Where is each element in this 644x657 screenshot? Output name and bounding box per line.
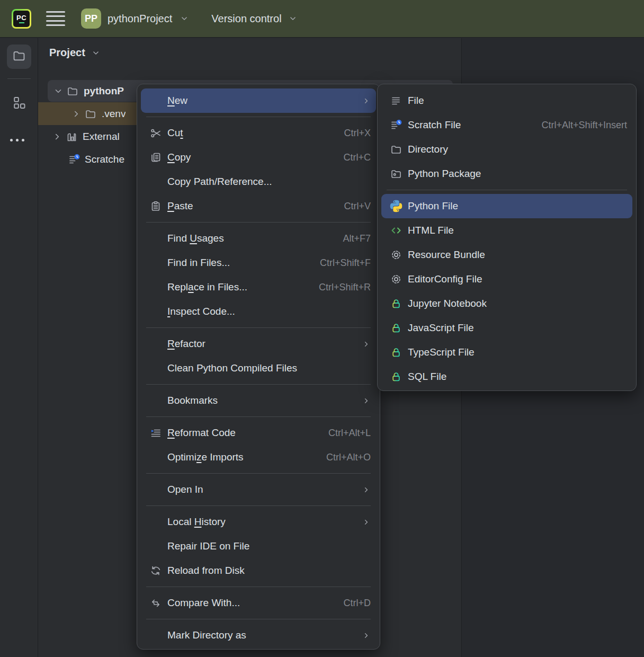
menu-item-find-usages[interactable]: Find UsagesAlt+F7 [141,226,376,251]
pycharm-logo-text: PC [16,14,26,21]
main-menu-icon[interactable] [46,11,65,26]
menu-item-label: EditorConfig File [408,273,627,285]
folder-icon [67,85,79,97]
compare-icon [149,597,163,609]
menu-item-label: Copy Path/Reference... [167,176,371,188]
no-icon [149,305,163,318]
menu-item-jupyter-notebook[interactable]: Jupyter Notebook [381,291,632,316]
copy-icon [149,151,163,164]
menu-item-shortcut: Ctrl+V [344,201,371,212]
menu-item-bookmarks[interactable]: Bookmarks [141,388,376,413]
menu-item-label: HTML File [408,225,627,236]
menu-separator [146,416,371,417]
menu-item-replace-in-files[interactable]: Replace in Files...Ctrl+Shift+R [141,275,376,299]
menu-item-file[interactable]: File [381,88,632,113]
menu-item-resource-bundle[interactable]: Resource Bundle [381,243,632,267]
menu-item-label: Directory [408,144,627,155]
no-icon [149,516,163,528]
menu-item-label: Replace in Files... [167,281,306,293]
chevron-down-icon [288,14,298,23]
menu-item-label: Bookmarks [167,395,354,406]
menu-item-html-file[interactable]: HTML File [381,218,632,243]
folder-icon [389,143,403,156]
menu-separator [146,222,371,223]
python-logo-icon [389,200,403,212]
menu-separator [146,587,371,587]
new-submenu: FileScratch FileCtrl+Alt+Shift+InsertDir… [377,84,637,391]
scratch-file-icon [389,119,403,131]
menu-item-editorconfig-file[interactable]: EditorConfig File [381,267,632,291]
reformat-icon [149,427,163,439]
menu-item-repair-ide-on-file[interactable]: Repair IDE on File [141,534,376,558]
lock-icon [389,322,403,334]
menu-item-label: SQL File [408,371,627,383]
menu-item-shortcut: Ctrl+Alt+O [326,452,371,463]
more-tools-button[interactable] [10,137,29,143]
chevron-down-icon [180,14,189,23]
structure-tool-button[interactable] [12,95,26,111]
toolbar-divider [7,78,31,79]
menu-item-copy-path-reference[interactable]: Copy Path/Reference... [141,170,376,194]
menu-separator [146,384,371,385]
menu-item-open-in[interactable]: Open In [141,477,376,502]
structure-icon [12,95,26,111]
chevron-right-icon [362,340,371,349]
no-icon [149,394,163,407]
menu-item-shortcut: Ctrl+C [343,152,371,163]
menu-item-optimize-imports[interactable]: Optimize ImportsCtrl+Alt+O [141,445,376,469]
menu-item-label: JavaScript File [408,322,627,334]
menu-item-local-history[interactable]: Local History [141,510,376,534]
menu-item-paste[interactable]: PasteCtrl+V [141,194,376,218]
menu-item-javascript-file[interactable]: JavaScript File [381,316,632,340]
menu-item-label: New [167,95,354,106]
pycharm-logo: PC [12,9,31,29]
context-menu: NewCutCtrl+XCopyCtrl+CCopy Path/Referenc… [137,84,380,650]
menu-separator [146,327,371,328]
chevron-right-icon [362,485,371,494]
menu-item-label: Find in Files... [167,257,307,269]
chevron-right-icon [362,518,371,527]
menu-item-label: Inspect Code... [167,306,371,317]
menu-item-refactor[interactable]: Refactor [141,332,376,356]
menu-item-python-file[interactable]: Python File [381,194,632,218]
menu-item-reload-from-disk[interactable]: Reload from Disk [141,558,376,583]
scratch-file-icon [68,153,80,166]
menu-item-copy[interactable]: CopyCtrl+C [141,145,376,170]
menu-item-label: Reload from Disk [167,565,371,576]
project-view-selector[interactable]: Project [49,47,101,59]
menu-item-find-in-files[interactable]: Find in Files...Ctrl+Shift+F [141,251,376,275]
project-badge: PP [81,8,101,29]
menu-item-reformat-code[interactable]: Reformat CodeCtrl+Alt+L [141,421,376,445]
project-switcher[interactable]: PP pythonProject [81,8,189,29]
menu-item-shortcut: Ctrl+Alt+L [328,428,371,439]
tree-item-label: .venv [102,108,126,120]
menu-item-mark-directory-as[interactable]: Mark Directory as [141,623,376,647]
menu-item-cut[interactable]: CutCtrl+X [141,121,376,145]
no-icon [149,362,163,375]
menu-item-scratch-file[interactable]: Scratch FileCtrl+Alt+Shift+Insert [381,113,632,137]
menu-item-label: Python File [408,200,627,212]
menu-item-label: Copy [167,152,330,163]
scissors-icon [149,127,163,139]
menu-item-label: Repair IDE on File [167,540,371,552]
menu-item-sql-file[interactable]: SQL File [381,365,632,389]
vcs-label: Version control [211,13,281,25]
menu-item-inspect-code[interactable]: Inspect Code... [141,299,376,324]
menu-item-shortcut: Ctrl+Shift+R [319,282,371,293]
menu-item-python-package[interactable]: Python Package [381,162,632,186]
menu-item-shortcut: Ctrl+X [344,128,371,139]
reload-icon [149,564,163,577]
menu-item-directory[interactable]: Directory [381,137,632,162]
menu-item-shortcut: Ctrl+D [343,598,371,609]
menu-item-typescript-file[interactable]: TypeScript File [381,340,632,365]
menu-item-clean-python-compiled-files[interactable]: Clean Python Compiled Files [141,356,376,380]
menu-item-label: Reformat Code [167,427,316,439]
lock-icon [389,297,403,310]
library-icon [66,131,78,143]
menu-item-new[interactable]: New [141,88,376,113]
menu-item-label: Scratch File [408,119,529,131]
project-tool-button[interactable] [7,45,31,69]
folder-icon [12,49,26,65]
vcs-widget[interactable]: Version control [211,13,297,25]
menu-item-compare-with[interactable]: Compare With...Ctrl+D [141,591,376,615]
